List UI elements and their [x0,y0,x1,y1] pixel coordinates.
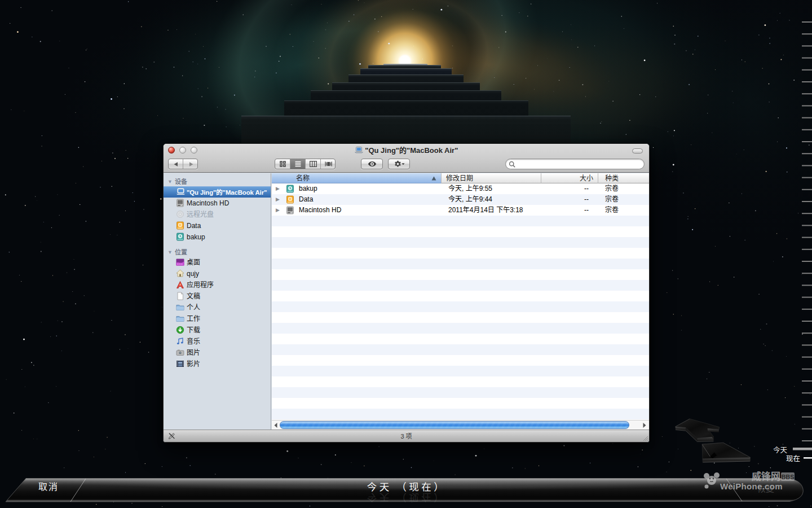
svg-text:现在: 现在 [786,453,800,463]
svg-text:WeiPhone.com: WeiPhone.com [720,481,783,491]
svg-text:今天 （现在）: 今天 （现在） [367,491,446,505]
svg-text:取消: 取消 [38,479,59,493]
svg-text:威锋网: 威锋网 [752,468,780,483]
svg-text:今天: 今天 [773,444,788,455]
svg-text:BBS: BBS [781,474,794,480]
